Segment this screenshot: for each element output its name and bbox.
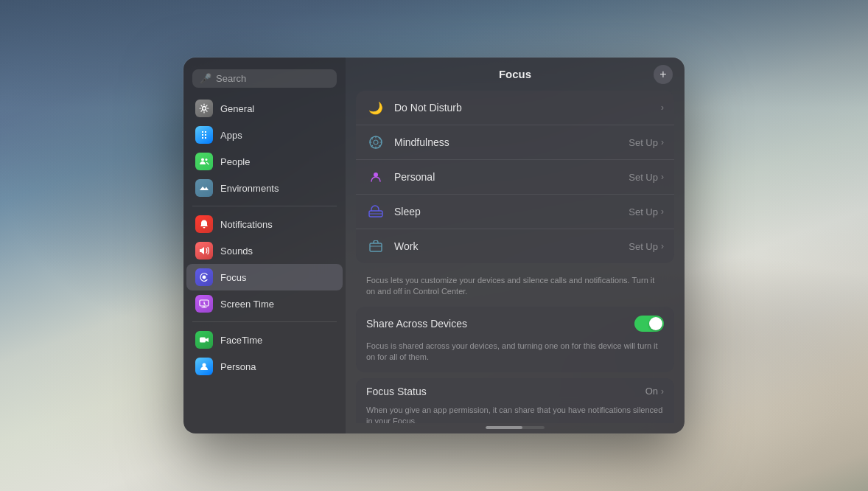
sleep-chevron: › (661, 206, 664, 217)
mindfulness-icon (366, 133, 385, 152)
sleep-setup: Set Up (629, 206, 658, 217)
work-icon (366, 237, 385, 256)
scrollbar-indicator (346, 423, 685, 433)
people-label: People (220, 156, 250, 167)
sidebar-item-apps[interactable]: Apps (186, 122, 343, 148)
share-across-devices-label: Share Across Devices (366, 318, 634, 330)
scrollbar-thumb (486, 426, 522, 429)
mindfulness-right: Set Up › (629, 137, 664, 148)
work-right: Set Up › (629, 241, 664, 252)
focus-icon (195, 268, 213, 286)
notifications-label: Notifications (220, 219, 273, 230)
facetime-icon (195, 331, 213, 349)
main-scroll-area[interactable]: 🌙 Do Not Disturb › Mindfulness (346, 91, 685, 423)
notifications-icon (195, 215, 213, 233)
work-setup: Set Up (629, 241, 658, 252)
share-across-devices-row: Share Across Devices (356, 307, 674, 341)
do-not-disturb-right: › (661, 102, 664, 113)
mindfulness-setup: Set Up (629, 137, 658, 148)
focus-label: Focus (220, 272, 246, 283)
main-title: Focus (499, 68, 531, 80)
scrollbar-track (486, 426, 545, 429)
people-icon (195, 153, 213, 170)
svg-point-0 (203, 107, 206, 111)
persona-label: Persona (220, 361, 256, 372)
svg-point-1 (201, 159, 204, 161)
personal-label: Personal (394, 171, 620, 183)
do-not-disturb-label: Do Not Disturb (394, 102, 652, 114)
personal-setup: Set Up (629, 172, 658, 183)
sleep-right: Set Up › (629, 206, 664, 217)
work-label: Work (394, 240, 620, 252)
general-icon (195, 100, 213, 117)
sidebar-divider-1 (192, 206, 337, 206)
general-label: General (220, 103, 254, 114)
focus-mode-personal[interactable]: Personal Set Up › (356, 160, 674, 195)
facetime-label: FaceTime (220, 335, 262, 346)
settings-window: 🎤 Search General Apps (183, 58, 685, 433)
search-bar[interactable]: 🎤 Search (192, 69, 337, 88)
toggle-knob (649, 317, 662, 330)
sidebar-item-people[interactable]: People (186, 148, 343, 175)
svg-rect-4 (200, 338, 206, 343)
svg-point-8 (374, 173, 378, 177)
apps-icon (195, 126, 213, 144)
focus-status-chevron: › (661, 386, 664, 397)
svg-rect-10 (370, 243, 382, 251)
search-placeholder: Search (216, 73, 246, 84)
share-across-devices-footer: Focus is shared across your devices, and… (356, 341, 674, 372)
focus-modes-card: 🌙 Do Not Disturb › Mindfulness (356, 91, 674, 263)
focus-status-value: On (645, 386, 658, 397)
do-not-disturb-chevron: › (661, 102, 664, 113)
share-across-devices-card: Share Across Devices Focus is shared acr… (356, 307, 674, 372)
focus-status-card: Focus Status On › When you give an app p… (356, 378, 674, 423)
sounds-label: Sounds (220, 246, 253, 257)
work-chevron: › (661, 241, 664, 251)
main-header: Focus + (346, 58, 685, 91)
main-content: Focus + 🌙 Do Not Disturb › (346, 58, 685, 433)
svg-point-2 (206, 159, 208, 161)
personal-icon (366, 167, 385, 187)
sidebar-item-screen-time[interactable]: Screen Time (186, 290, 343, 317)
search-icon: 🎤 (200, 73, 211, 84)
sidebar-item-notifications[interactable]: Notifications (186, 211, 343, 237)
sleep-label: Sleep (394, 206, 620, 217)
sidebar: 🎤 Search General Apps (183, 58, 346, 433)
focus-mode-sleep[interactable]: Sleep Set Up › (356, 195, 674, 229)
environments-label: Environments (220, 183, 279, 194)
focus-status-row[interactable]: Focus Status On › (356, 378, 674, 405)
sidebar-item-sounds[interactable]: Sounds (186, 237, 343, 264)
screen-time-icon (195, 295, 213, 313)
focus-mode-work[interactable]: Work Set Up › (356, 229, 674, 263)
sounds-icon (195, 242, 213, 260)
sidebar-item-persona[interactable]: Persona (186, 353, 343, 380)
sidebar-item-general[interactable]: General (186, 95, 343, 122)
apps-label: Apps (220, 130, 242, 141)
add-focus-button[interactable]: + (654, 65, 673, 84)
personal-chevron: › (661, 172, 664, 182)
svg-point-7 (374, 140, 378, 144)
persona-icon (195, 358, 213, 375)
focus-mode-do-not-disturb[interactable]: 🌙 Do Not Disturb › (356, 91, 674, 125)
share-across-devices-toggle[interactable] (634, 316, 664, 332)
personal-right: Set Up › (629, 172, 664, 183)
sidebar-item-environments[interactable]: Environments (186, 175, 343, 201)
do-not-disturb-icon: 🌙 (366, 98, 385, 117)
focus-modes-footer: Focus lets you customize your devices an… (356, 269, 674, 307)
svg-point-5 (203, 363, 206, 367)
sidebar-divider-2 (192, 321, 337, 322)
mindfulness-label: Mindfulness (394, 136, 620, 148)
focus-status-label: Focus Status (366, 386, 645, 397)
sleep-icon (366, 202, 385, 221)
screen-time-label: Screen Time (220, 299, 274, 310)
focus-status-footer: When you give an app permission, it can … (356, 405, 674, 423)
focus-mode-mindfulness[interactable]: Mindfulness Set Up › (356, 125, 674, 160)
sidebar-item-focus[interactable]: Focus (186, 264, 343, 290)
sidebar-item-facetime[interactable]: FaceTime (186, 327, 343, 353)
mindfulness-chevron: › (661, 137, 664, 147)
environments-icon (195, 179, 213, 197)
